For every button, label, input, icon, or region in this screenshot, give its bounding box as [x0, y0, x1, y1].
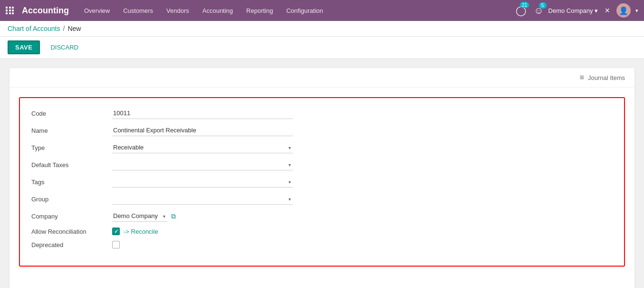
action-bar: SAVE DISCARD: [0, 37, 644, 59]
default-taxes-field: ▾: [112, 159, 293, 170]
name-field: [112, 125, 293, 136]
allow-reconciliation-field: -> Reconcile: [112, 228, 158, 235]
nav-reporting[interactable]: Reporting: [240, 4, 279, 17]
breadcrumb: Chart of Accounts / New: [0, 21, 644, 37]
group-row: Group ▾: [31, 193, 613, 205]
account-form: Code Name Type Receivable: [19, 97, 625, 267]
main-content: ≡ Journal Items Code Name Ty: [0, 59, 644, 288]
default-taxes-select[interactable]: [112, 159, 293, 170]
allow-reconciliation-label: Allow Reconciliation: [31, 228, 112, 235]
deprecated-field: [112, 241, 120, 248]
app-logo[interactable]: [6, 7, 14, 14]
allow-reconciliation-row: Allow Reconciliation -> Reconcile: [31, 228, 613, 235]
form-card-header: ≡ Journal Items: [10, 68, 634, 88]
journal-items-button[interactable]: ≡ Journal Items: [580, 74, 625, 81]
company-dropdown-icon: ▾: [595, 7, 598, 14]
deprecated-label: Deprecated: [31, 241, 112, 248]
company-field: Demo Company ▾ ⧉: [112, 210, 176, 222]
breadcrumb-separator: /: [63, 25, 65, 32]
avatar-dropdown-icon[interactable]: ▾: [635, 8, 638, 14]
nav-overview[interactable]: Overview: [78, 4, 115, 17]
type-field: Receivable Payable Bank and Cash Current…: [112, 142, 293, 153]
company-label: Company: [31, 213, 112, 220]
avatar-image: 👤: [619, 6, 628, 15]
close-button[interactable]: ×: [603, 4, 612, 18]
tags-label: Tags: [31, 179, 112, 186]
type-select[interactable]: Receivable Payable Bank and Cash Current…: [112, 142, 293, 153]
name-label: Name: [31, 127, 112, 134]
company-selector[interactable]: Demo Company ▾: [548, 7, 598, 14]
notifications-count: 21: [520, 2, 529, 8]
group-select[interactable]: [112, 193, 293, 205]
company-name: Demo Company: [548, 7, 593, 14]
type-row: Type Receivable Payable Bank and Cash Cu…: [31, 142, 613, 153]
type-label: Type: [31, 144, 112, 151]
tags-row: Tags ▾: [31, 176, 613, 188]
nav-customers[interactable]: Customers: [117, 4, 159, 17]
user-avatar[interactable]: 👤: [616, 3, 631, 18]
code-label: Code: [31, 110, 112, 117]
name-row: Name: [31, 125, 613, 136]
breadcrumb-parent[interactable]: Chart of Accounts: [8, 25, 60, 32]
nav-configuration[interactable]: Configuration: [280, 4, 328, 17]
journal-items-label: Journal Items: [588, 74, 625, 81]
form-card: ≡ Journal Items Code Name Ty: [10, 68, 634, 288]
main-nav: Overview Customers Vendors Accounting Re…: [78, 4, 516, 17]
company-select[interactable]: Demo Company: [112, 210, 167, 222]
deprecated-checkbox[interactable]: [112, 241, 120, 248]
app-title: Accounting: [22, 6, 69, 16]
hamburger-icon: ≡: [580, 74, 584, 81]
save-button[interactable]: SAVE: [8, 40, 40, 54]
code-input[interactable]: [112, 108, 293, 119]
grid-icon: [6, 7, 14, 14]
company-external-link-icon[interactable]: ⧉: [171, 212, 176, 220]
code-row: Code: [31, 108, 613, 119]
default-taxes-row: Default Taxes ▾: [31, 159, 613, 170]
reconcile-link[interactable]: -> Reconcile: [124, 228, 158, 235]
topbar: Accounting Overview Customers Vendors Ac…: [0, 0, 644, 21]
name-input[interactable]: [112, 125, 293, 136]
group-label: Group: [31, 196, 112, 203]
nav-vendors[interactable]: Vendors: [161, 4, 195, 17]
code-field: [112, 108, 293, 119]
company-row: Company Demo Company ▾ ⧉: [31, 210, 613, 222]
topbar-right: ◯ 21 ☺ 5 Demo Company ▾ × 👤 ▾: [516, 3, 638, 18]
nav-accounting[interactable]: Accounting: [197, 4, 239, 17]
breadcrumb-current: New: [67, 25, 81, 32]
allow-reconciliation-checkbox[interactable]: [112, 228, 120, 235]
default-taxes-label: Default Taxes: [31, 161, 112, 169]
company-select-wrapper: Demo Company ▾: [112, 210, 167, 222]
deprecated-row: Deprecated: [31, 241, 613, 248]
group-field: ▾: [112, 193, 293, 205]
messages-icon[interactable]: ☺ 5: [534, 5, 543, 16]
discard-button[interactable]: DISCARD: [44, 41, 85, 53]
tags-select[interactable]: [112, 176, 293, 188]
notifications-icon[interactable]: ◯ 21: [516, 5, 526, 16]
tags-field: ▾: [112, 176, 293, 188]
messages-count: 5: [539, 2, 547, 9]
form-card-bottom: [10, 276, 634, 288]
